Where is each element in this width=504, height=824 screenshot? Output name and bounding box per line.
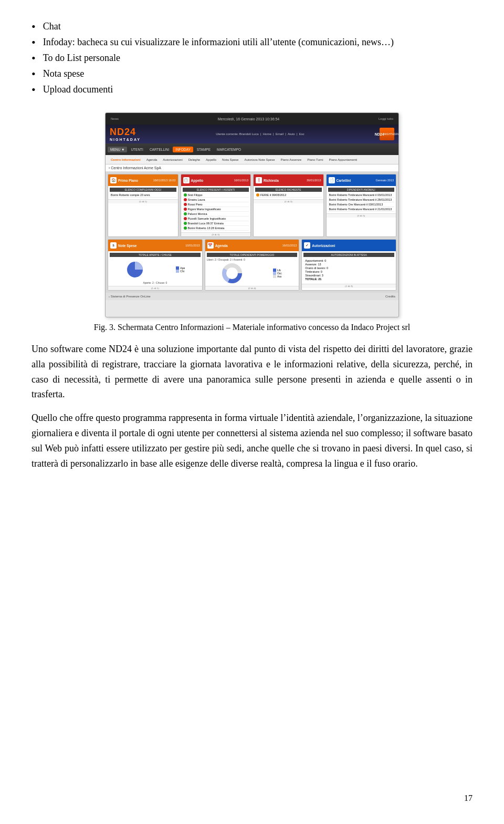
- nd24-nav-stampe: STAMPE: [194, 147, 213, 152]
- nd24-sub-agenda: Agenda: [144, 158, 160, 162]
- nd24-widget-note-spese: $ Note Spese 10/01/2013 TOTALE APERTE / …: [108, 239, 203, 291]
- nd24-footer-appello: (3 di 3): [181, 232, 251, 236]
- feature-list: Chat Infoday: bacheca su cui visualizzar…: [32, 21, 472, 97]
- nd24-stat-totale: TOTALE: 21: [305, 277, 393, 281]
- nd24-widget-body-agenda: TOTALE DIPENDENTI POMERIGGIO Liberi: 2 /…: [205, 251, 299, 286]
- nd24-widget-body-appello: ELENCO PRESENTI / ASSENTI Sisti Filippo …: [181, 186, 251, 232]
- nd24-widget-autorizzazioni: ✓ Autorizzazioni AUTORIZZAZIONI IN ATTES…: [301, 239, 396, 291]
- nd24-sub-pianoturni: Piano Turni: [305, 158, 325, 162]
- figure-caption: Fig. 3. Schermata Centro Informazioni – …: [94, 323, 410, 332]
- nd24-widget-date-appello: 16/01/2013: [234, 179, 248, 182]
- bullet-nota-spese: Nota spese: [43, 68, 84, 79]
- nd24-widget-body-autorizzazioni: AUTORIZZAZIONI IN ATTESA Appuntamenti: 0…: [302, 251, 396, 284]
- nd24-sub-notaspese: Nota Spese: [220, 158, 240, 162]
- nd24-widget-richiesta: ❗ Richiesta 30/01/2013 ELENCO RICHIESTE …: [253, 174, 324, 237]
- nd24-widget-header-primo-piano: 🏠 Primo Piano 16/01/2013 16:02: [108, 174, 178, 186]
- nd24-logo-right: ND24NIGHT&DAY: [380, 128, 394, 140]
- nd24-logo: ND24 NIGHT&DAY: [110, 127, 141, 141]
- nd24-top-bar: News Mercoledì, 16 Gennaio 2013 10:36:54…: [106, 113, 398, 125]
- nd24-news-link: News: [109, 117, 121, 120]
- nd24-footer-note-spese: (1 di 1): [108, 286, 202, 290]
- nd24-stat-orario: Orario di lavoro: 0: [305, 266, 393, 270]
- nd24-item-rossi: Rossi Piero: [183, 202, 249, 207]
- nd24-footer-cartellini: (3 di 5): [327, 213, 396, 218]
- nd24-footer-agenda: (2 di 4): [205, 286, 299, 290]
- nd24-sub-autorizza-note: Autorizza Note Spese: [242, 158, 277, 162]
- nd24-sub-pianoassenze: Piano Assenze: [278, 158, 303, 162]
- bullet-todo: To do List personale: [43, 53, 120, 64]
- nd24-widget-icon-primo-piano: 🏠: [110, 177, 117, 183]
- list-item-infoday: Infoday: bacheca su cui visualizzare le …: [32, 37, 472, 49]
- nd24-footer-richiesta: (1 di 3): [254, 199, 323, 203]
- nd24-user-info: Utente corrente: Brandoli Luca | Home | …: [216, 132, 304, 136]
- nd24-widget-cartellini: 📄 Cartellini Gennaio 2013 DIPENDENTI ANO…: [326, 174, 397, 237]
- list-item-todo: To do List personale: [32, 53, 472, 65]
- bullet-upload: Upload documenti: [43, 84, 113, 95]
- nd24-widget-header-autorizzazioni: ✓ Autorizzazioni: [302, 240, 396, 251]
- nd24-widget-date-primo-piano: 16/01/2013 16:02: [153, 179, 176, 182]
- nd24-item-borini: Borini Roberto compie 23 anni.: [110, 193, 176, 198]
- nd24-item-sisti: Sisti Filippo: [183, 193, 249, 198]
- nd24-widget-body-primo-piano: ELENCO COMPLEANNI OGGI Borini Roberto co…: [108, 186, 178, 199]
- nd24-item-borini-anomalo3: Borini Roberto Ore Mancanti il 03/01/201…: [328, 202, 395, 207]
- nd24-nav-infoday: INFODAY: [173, 147, 193, 152]
- nd24-widget-header-appello: 📋 Appello 16/01/2013: [181, 174, 251, 186]
- nd24-widget-icon-note-spese: $: [110, 242, 117, 249]
- nd24-widget-icon-autorizzazioni: ✓: [304, 242, 310, 249]
- nd24-footer-primo-piano: (1 di 1): [108, 199, 178, 203]
- nd24-credits: Credits: [385, 295, 395, 298]
- nd24-logo-badge: ND24NIGHT&DAY: [380, 128, 394, 140]
- list-item-nota-spese: Nota spese: [32, 68, 472, 81]
- nd24-widget-date-agenda: 16/01/2013: [282, 244, 297, 247]
- paragraph-2: Quello che offre questo programma rappre…: [32, 410, 472, 471]
- nd24-footer-autorizzazioni: (1 di 3): [302, 284, 396, 288]
- bullet-chat: Chat: [43, 21, 61, 32]
- figure-container: News Mercoledì, 16 Gennaio 2013 10:36:54…: [32, 112, 472, 332]
- nd24-date: Mercoledì, 16 Gennaio 2013 10:36:54: [121, 117, 376, 121]
- nd24-item-pizzolli: Pizzolli Samuele Ingiustificato: [183, 217, 249, 221]
- nd24-widget-header-cartellini: 📄 Cartellini Gennaio 2013: [327, 174, 396, 186]
- nd24-sub-autorizzazioni: Autorizzazioni: [161, 158, 184, 162]
- nd24-widget-title-appello: Appello: [191, 179, 204, 182]
- nd24-stat-straordinari: Straordinari: 3: [305, 274, 393, 277]
- paragraph-1: Uno software come ND24 è una soluzione i…: [32, 342, 472, 402]
- nd24-item-borini2: Borini Roberto 13:28 Entrata: [183, 226, 249, 231]
- nd24-sub-centro: Centro Informazioni: [109, 158, 143, 162]
- nd24-widget-icon-cartellini: 📄: [329, 177, 335, 183]
- nd24-system-label: › Sistema di Presenze OnLine: [109, 295, 151, 298]
- bullet-infoday: Infoday: bacheca su cui visualizzare le …: [43, 37, 394, 48]
- nd24-label-totale-note-spese: TOTALE APERTE / CHIUSE: [110, 253, 201, 257]
- page-number: 17: [464, 794, 472, 803]
- nd24-item-ferie: FERIE il 09/08/2012: [255, 193, 322, 198]
- nd24-item-borini-anomalo1: Borini Roberto Timbrature Mancanti il 03…: [328, 193, 395, 198]
- nd24-nav-menu: MENU ▼: [108, 147, 127, 152]
- nd24-widget-title-primo-piano: Primo Piano: [118, 179, 138, 182]
- nd24-widget-title-note-spese: Note Spese: [118, 244, 136, 248]
- nd24-widget-title-richiesta: Richiesta: [264, 179, 279, 182]
- nd24-logo-bar: ND24 NIGHT&DAY Utente corrente: Brandoli…: [106, 125, 398, 143]
- svg-point-4: [227, 269, 237, 278]
- nd24-widget-date-richiesta: 30/01/2013: [307, 179, 321, 182]
- nd24-widget-header-richiesta: ❗ Richiesta 30/01/2013: [254, 174, 323, 186]
- nd24-item-palucci: Palucci Monica: [183, 212, 249, 217]
- nd24-bottom-bar: › Sistema di Presenze OnLine Credits: [106, 293, 398, 300]
- nd24-leggi-tutto: Leggi tutto: [376, 117, 395, 120]
- nd24-widget-agenda: 📅 Agenda 16/01/2013 TOTALE DIPENDENTI PO…: [205, 239, 300, 291]
- nd24-label-compleanni: ELENCO COMPLEANNI OGGI: [110, 188, 176, 192]
- nd24-sub-deleghe: Deleghe: [186, 158, 202, 162]
- nd24-label-presenti: ELENCO PRESENTI / ASSENTI: [183, 188, 249, 192]
- nd24-stat-timbrature: Timbrature: 0: [305, 270, 393, 273]
- nd24-widget-body-cartellini: DIPENDENTI ANOMALI Borini Roberto Timbra…: [327, 186, 396, 213]
- nd24-nav-utenti: UTENTI: [128, 147, 145, 152]
- nd24-item-borini-anomalo4: Borini Roberto Timbrature Mancanti il 21…: [328, 207, 395, 212]
- nd24-item-borini-anomalo2: Borini Roberto Timbrature Mancanti il 28…: [328, 198, 395, 202]
- nd24-widget-icon-agenda: 📅: [207, 242, 214, 249]
- nd24-widget-icon-richiesta: ❗: [256, 177, 262, 183]
- nd24-sub-nav: Centro Informazioni Agenda Autorizzazion…: [106, 155, 398, 164]
- nd24-label-agenda: TOTALE DIPENDENTI POMERIGGIO: [207, 253, 298, 257]
- list-item-upload: Upload documenti: [32, 84, 472, 97]
- donut-chart-agenda: [222, 263, 242, 283]
- nd24-stat-appuntamenti: Appuntamenti: 0: [305, 259, 393, 262]
- nd24-sub-pianoapp: Piano Appuntamenti: [327, 158, 360, 162]
- nd24-nav-cartellini: CARTELLINI: [147, 147, 172, 152]
